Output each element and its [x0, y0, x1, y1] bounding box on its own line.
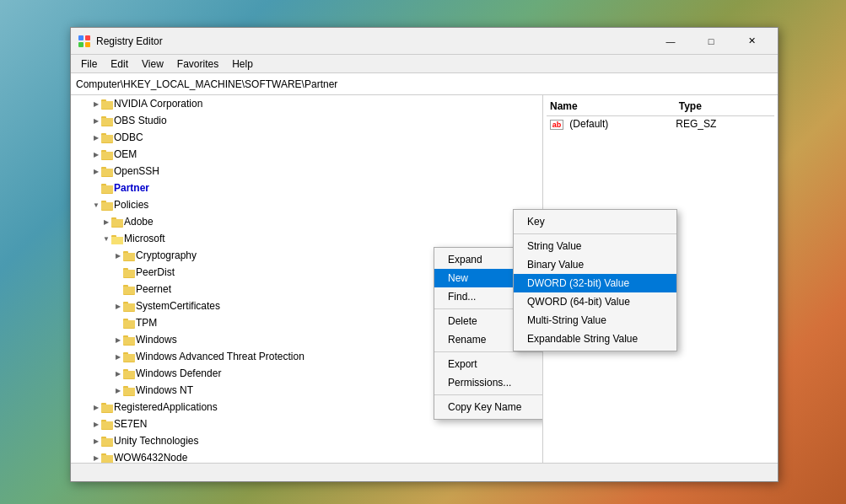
- tree-item-oem[interactable]: ▶ OEM: [71, 146, 542, 163]
- maximize-button[interactable]: □: [692, 28, 730, 55]
- svg-rect-24: [101, 202, 113, 210]
- tree-label-openssh: OpenSSH: [114, 165, 159, 177]
- tree-label-partner: Partner: [114, 182, 149, 194]
- tree-arrow-wow6432: ▶: [91, 454, 101, 462]
- ctx-copy-key-name[interactable]: Copy Key Name: [434, 398, 543, 416]
- svg-rect-1: [85, 35, 90, 40]
- right-pane-row-default[interactable]: ab (Default) REG_SZ: [547, 116, 774, 131]
- tree-item-unity[interactable]: ▶ Unity Technologies: [71, 432, 542, 449]
- tree-label-unity: Unity Technologies: [114, 435, 199, 447]
- sub-expandable-string-value[interactable]: Expandable String Value: [514, 330, 676, 348]
- tree-arrow-regapps: ▶: [91, 404, 101, 411]
- tree-label-peernet: Peernet: [136, 283, 171, 295]
- ctx-permissions[interactable]: Permissions...: [434, 373, 543, 392]
- svg-rect-59: [101, 405, 113, 412]
- svg-rect-32: [123, 253, 135, 260]
- menu-view[interactable]: View: [135, 56, 170, 72]
- title-bar-text: Registry Editor: [96, 35, 651, 47]
- sub-multi-string-value[interactable]: Multi-String Value: [514, 311, 676, 330]
- tree-item-wow6432[interactable]: ▶ WOW6432Node: [71, 449, 542, 463]
- sub-string-value[interactable]: String Value: [514, 237, 676, 255]
- ab-icon: ab: [550, 120, 563, 130]
- tree-item-nvidia[interactable]: ▶ NVIDIA Corporation: [71, 95, 542, 112]
- tree-label-systemcerts: SystemCertificates: [136, 300, 220, 312]
- tree-arrow-winnt: ▶: [113, 387, 123, 394]
- menu-help[interactable]: Help: [225, 56, 260, 72]
- svg-rect-50: [123, 354, 135, 362]
- tree-item-odbc[interactable]: ▶ ODBC: [71, 129, 542, 146]
- svg-rect-12: [101, 135, 113, 142]
- tree-label-adobe: Adobe: [124, 216, 154, 228]
- close-button[interactable]: ✕: [732, 28, 771, 55]
- sub-dword-value[interactable]: DWORD (32-bit) Value: [514, 274, 676, 292]
- right-pane-name-cell: ab (Default): [550, 118, 608, 130]
- tree-label-odbc: ODBC: [114, 131, 143, 143]
- menu-file[interactable]: File: [74, 56, 104, 72]
- title-bar: Registry Editor — □ ✕: [71, 28, 778, 55]
- svg-rect-38: [123, 287, 135, 294]
- menu-favorites[interactable]: Favorites: [170, 56, 225, 72]
- tree-arrow-microsoft: ▼: [101, 235, 111, 243]
- svg-rect-44: [123, 320, 135, 328]
- col-name-header: Name: [550, 100, 578, 112]
- svg-rect-3: [85, 42, 90, 47]
- svg-rect-68: [101, 455, 113, 463]
- tree-item-microsoft[interactable]: ▼ Microsoft: [71, 230, 542, 247]
- sub-key[interactable]: Key: [514, 212, 676, 231]
- tree-arrow-adobe: ▶: [101, 218, 111, 226]
- tree-arrow-oem: ▶: [91, 151, 101, 158]
- svg-rect-21: [101, 185, 113, 193]
- svg-rect-18: [101, 169, 113, 176]
- tree-item-openssh[interactable]: ▶ OpenSSH: [71, 163, 542, 180]
- tree-label-winnt: Windows NT: [136, 384, 193, 396]
- svg-rect-15: [101, 152, 113, 159]
- svg-rect-65: [101, 438, 113, 446]
- tree-label-oem: OEM: [114, 148, 137, 160]
- tree-label-policies: Policies: [114, 199, 148, 211]
- tree-label-nvidia: NVIDIA Corporation: [114, 98, 202, 110]
- tree-label-regapps: RegisteredApplications: [114, 401, 218, 413]
- svg-rect-47: [123, 337, 135, 345]
- tree-arrow-systemcerts: ▶: [113, 303, 123, 310]
- app-icon: [78, 35, 91, 48]
- tree-item-partner[interactable]: Partner: [71, 180, 542, 196]
- tree-arrow-windows: ▶: [113, 336, 123, 344]
- sub-qword-value[interactable]: QWORD (64-bit) Value: [514, 292, 676, 311]
- tree-pane: ▶ NVIDIA Corporation ▶ OBS Studio ▶ ODBC: [71, 95, 543, 463]
- svg-rect-62: [101, 421, 113, 429]
- tree-arrow-se7en: ▶: [91, 421, 101, 428]
- ctx-export[interactable]: Export: [434, 355, 543, 373]
- address-text: Computer\HKEY_LOCAL_MACHINE\SOFTWARE\Par…: [76, 78, 337, 90]
- status-bar: [71, 463, 778, 481]
- svg-rect-41: [123, 303, 135, 311]
- tree-label-watp: Windows Advanced Threat Protection: [136, 351, 304, 362]
- col-type-header: Type: [679, 100, 702, 112]
- svg-rect-27: [111, 219, 123, 227]
- svg-rect-0: [78, 35, 84, 40]
- tree-arrow-odbc: ▶: [91, 134, 101, 142]
- menu-edit[interactable]: Edit: [104, 56, 135, 72]
- tree-label-wow6432: WOW6432Node: [114, 452, 187, 463]
- svg-rect-9: [101, 118, 113, 126]
- svg-rect-56: [123, 388, 135, 395]
- right-pane-header: Name Type: [547, 99, 774, 116]
- ctx-separator-2: [434, 351, 543, 352]
- tree-arrow-unity: ▶: [91, 437, 101, 445]
- sub-binary-value[interactable]: Binary Value: [514, 255, 676, 274]
- svg-rect-2: [78, 42, 84, 47]
- tree-label-cryptography: Cryptography: [136, 249, 197, 261]
- tree-arrow-obs: ▶: [91, 117, 101, 125]
- svg-rect-35: [123, 270, 135, 277]
- tree-label-tpm: TPM: [136, 317, 157, 329]
- tree-item-policies[interactable]: ▼ Policies: [71, 196, 542, 213]
- tree-item-adobe[interactable]: ▶ Adobe: [71, 213, 542, 230]
- tree-label-obs: OBS Studio: [114, 115, 167, 126]
- tree-arrow-nvidia: ▶: [91, 100, 101, 108]
- menu-bar: File Edit View Favorites Help: [71, 55, 778, 73]
- title-bar-controls: — □ ✕: [651, 28, 771, 55]
- tree-arrow-cryptography: ▶: [113, 252, 123, 260]
- sub-menu: Key String Value Binary Value DWORD (32-…: [513, 209, 677, 351]
- tree-item-obs[interactable]: ▶ OBS Studio: [71, 112, 542, 129]
- minimize-button[interactable]: —: [651, 28, 690, 55]
- tree-label-se7en: SE7EN: [114, 418, 147, 430]
